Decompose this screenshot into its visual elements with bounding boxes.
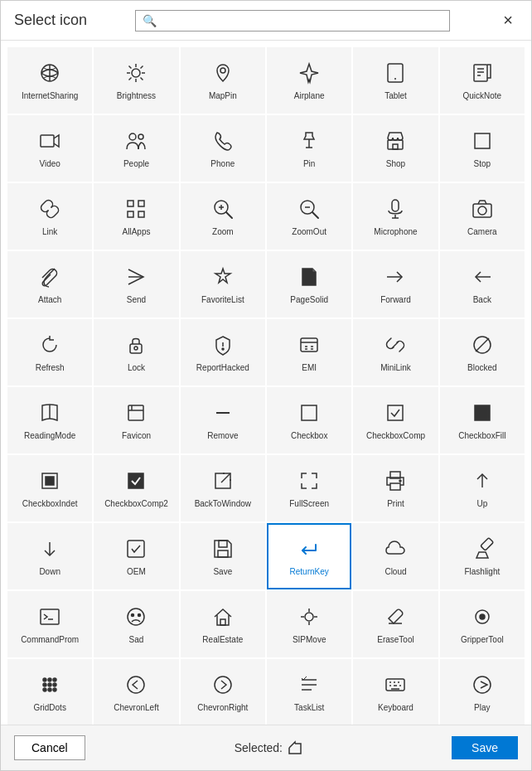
icon-item-blocked[interactable]: Blocked bbox=[440, 319, 525, 386]
icon-item-remove[interactable]: Remove bbox=[181, 387, 265, 453]
checkbox-comp-icon bbox=[384, 401, 407, 428]
icon-item-mappin[interactable]: MapPin bbox=[181, 47, 265, 114]
icon-item-print[interactable]: Print bbox=[353, 455, 438, 521]
icon-item-checkboxcomp[interactable]: CheckboxComp bbox=[353, 387, 438, 453]
icon-label: Blocked bbox=[467, 363, 497, 373]
icon-item-reporthacked[interactable]: ReportHacked bbox=[181, 319, 265, 386]
svg-point-73 bbox=[399, 480, 401, 482]
svg-line-7 bbox=[129, 66, 132, 69]
cancel-button[interactable]: Cancel bbox=[14, 735, 85, 760]
icon-item-shop[interactable]: Shop bbox=[353, 115, 438, 182]
icon-item-tasklist[interactable]: TaskList bbox=[267, 659, 351, 725]
icon-item-people[interactable]: People bbox=[94, 115, 178, 182]
icon-item-link[interactable]: Link bbox=[7, 183, 92, 250]
icon-item-quicknote[interactable]: QuickNote bbox=[440, 47, 525, 114]
icon-item-airplane[interactable]: Airplane bbox=[267, 47, 351, 114]
icon-item-up[interactable]: Up bbox=[440, 455, 525, 521]
icon-item-keyboard[interactable]: Keyboard bbox=[353, 659, 438, 725]
svg-marker-43 bbox=[215, 269, 230, 283]
checkbox-icon bbox=[297, 401, 321, 428]
icon-item-camera[interactable]: Camera bbox=[440, 183, 525, 250]
icon-item-checkbox[interactable]: Checkbox bbox=[267, 387, 351, 453]
brightness-icon bbox=[124, 61, 148, 88]
icon-item-fullscreen[interactable]: FullScreen bbox=[267, 455, 351, 521]
svg-point-2 bbox=[132, 69, 140, 77]
icon-item-chevronleft[interactable]: ChevronLeft bbox=[94, 659, 178, 725]
icon-label: Remove bbox=[207, 431, 238, 441]
keyboard-icon bbox=[384, 673, 407, 700]
icon-label: CheckboxIndet bbox=[22, 499, 78, 509]
icon-item-readingmode[interactable]: ReadingMode bbox=[7, 387, 92, 453]
icon-item-grippertool[interactable]: GripperTool bbox=[440, 591, 525, 657]
save-icon bbox=[211, 537, 235, 564]
airplane-icon bbox=[297, 61, 321, 88]
svg-rect-72 bbox=[390, 483, 400, 490]
icon-item-flashlight[interactable]: Flashlight bbox=[440, 523, 525, 589]
svg-rect-37 bbox=[392, 200, 399, 211]
icon-item-down[interactable]: Down bbox=[7, 523, 92, 589]
icon-item-save[interactable]: Save bbox=[181, 523, 265, 589]
svg-rect-60 bbox=[128, 405, 143, 420]
icon-label: ReportHacked bbox=[196, 363, 249, 373]
icon-item-send[interactable]: Send bbox=[94, 251, 178, 318]
icon-item-allapps[interactable]: AllApps bbox=[94, 183, 178, 250]
checkbox-fill-icon bbox=[471, 401, 494, 428]
icon-label: Forward bbox=[380, 295, 411, 305]
icon-label: AllApps bbox=[123, 227, 151, 237]
icon-item-cloud[interactable]: Cloud bbox=[353, 523, 438, 589]
icon-item-chevronright[interactable]: ChevronRight bbox=[181, 659, 265, 725]
icon-item-backtowindow[interactable]: BackToWindow bbox=[181, 455, 265, 521]
icon-item-returnkey[interactable]: ReturnKey bbox=[267, 523, 351, 589]
icon-item-emi[interactable]: EMI bbox=[267, 319, 351, 386]
flashlight-icon bbox=[471, 537, 494, 564]
dialog-footer: Cancel Selected: Save bbox=[1, 725, 531, 770]
icon-item-minilink[interactable]: MiniLink bbox=[353, 319, 438, 386]
page-solid-icon bbox=[297, 265, 321, 292]
icon-item-realestate[interactable]: RealEstate bbox=[181, 591, 265, 657]
icon-item-pin[interactable]: Pin bbox=[267, 115, 351, 182]
icon-item-commandprom[interactable]: CommandProm bbox=[7, 591, 92, 657]
svg-line-92 bbox=[389, 618, 394, 623]
icon-item-erasetool[interactable]: EraseTool bbox=[353, 591, 438, 657]
icon-item-lock[interactable]: Lock bbox=[94, 319, 178, 386]
svg-rect-26 bbox=[128, 201, 133, 206]
icon-label: MiniLink bbox=[380, 363, 411, 373]
icon-item-microphone[interactable]: Microphone bbox=[353, 183, 438, 250]
icon-item-zoom[interactable]: Zoom bbox=[181, 183, 265, 250]
icon-label: ChevronLeft bbox=[114, 703, 158, 713]
svg-rect-77 bbox=[219, 541, 227, 547]
icon-label: Airplane bbox=[294, 91, 325, 101]
icon-item-pagesolid[interactable]: PageSolid bbox=[267, 251, 351, 318]
icon-item-stop[interactable]: Stop bbox=[440, 115, 525, 182]
icon-label: Sad bbox=[129, 635, 144, 645]
zoom-icon bbox=[211, 197, 235, 224]
icon-item-oem[interactable]: OEM bbox=[94, 523, 178, 589]
icon-item-phone[interactable]: Phone bbox=[181, 115, 265, 182]
icon-item-refresh[interactable]: Refresh bbox=[7, 319, 92, 386]
icon-item-play[interactable]: Play bbox=[440, 659, 525, 725]
icon-item-zoomout[interactable]: ZoomOut bbox=[267, 183, 351, 250]
search-input[interactable] bbox=[160, 14, 443, 27]
icon-label: GripperTool bbox=[461, 635, 504, 645]
icon-item-checkboxcomp2[interactable]: CheckboxComp2 bbox=[94, 455, 178, 521]
icon-item-griddots[interactable]: GridDots bbox=[7, 659, 92, 725]
save-button[interactable]: Save bbox=[452, 736, 518, 759]
icon-item-checkboxindet[interactable]: CheckboxIndet bbox=[7, 455, 92, 521]
mini-link-icon bbox=[384, 333, 407, 360]
icon-item-attach[interactable]: Attach bbox=[7, 251, 92, 318]
search-box[interactable]: 🔍 bbox=[135, 10, 450, 32]
icon-item-favicon[interactable]: Favicon bbox=[94, 387, 178, 453]
link-icon bbox=[38, 197, 61, 224]
icon-label: ReturnKey bbox=[290, 567, 329, 577]
icon-item-video[interactable]: Video bbox=[7, 115, 92, 182]
close-button[interactable]: × bbox=[498, 9, 518, 32]
icon-item-brightness[interactable]: Brightness bbox=[94, 47, 178, 114]
icon-item-sipmove[interactable]: SIPMove bbox=[267, 591, 351, 657]
icon-item-sad[interactable]: Sad bbox=[94, 591, 178, 657]
icon-item-forward[interactable]: Forward bbox=[353, 251, 438, 318]
icon-item-checkboxfill[interactable]: CheckboxFill bbox=[440, 387, 525, 453]
icon-item-tablet[interactable]: Tablet bbox=[353, 47, 438, 114]
icon-item-back[interactable]: Back bbox=[440, 251, 525, 318]
icon-item-favoritelist[interactable]: FavoriteList bbox=[181, 251, 265, 318]
icon-item-internetsharing[interactable]: InternetSharing bbox=[7, 47, 92, 114]
